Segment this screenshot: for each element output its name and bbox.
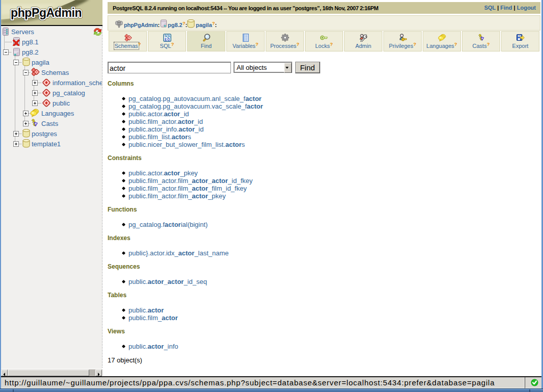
svg-text:phpPgAdmin: phpPgAdmin xyxy=(11,6,82,19)
svg-text:SQL: SQL xyxy=(164,34,170,38)
